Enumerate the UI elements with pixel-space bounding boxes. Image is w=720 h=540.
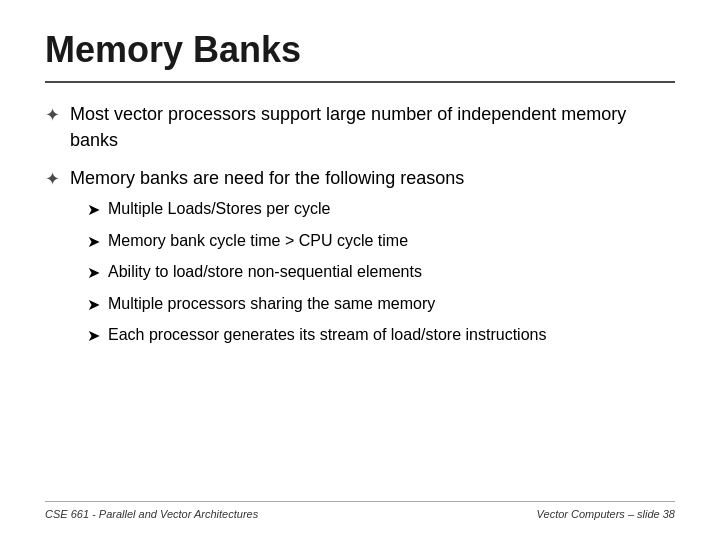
bullet-diamond-2: ✦ [45,166,60,192]
sub-bullet-2-text: Memory bank cycle time > CPU cycle time [108,230,408,252]
sub-arrow-1: ➤ [87,199,100,221]
slide-content: ✦ Most vector processors support large n… [45,101,675,501]
main-bullet-2-text: Memory banks are need for the following … [70,165,464,191]
sub-bullet-3-text: Ability to load/store non-sequential ele… [108,261,422,283]
main-bullet-2: ✦ Memory banks are need for the followin… [45,165,675,192]
sub-bullet-1: ➤ Multiple Loads/Stores per cycle [87,198,675,221]
sub-arrow-4: ➤ [87,294,100,316]
sub-bullet-4-text: Multiple processors sharing the same mem… [108,293,435,315]
sub-bullet-4: ➤ Multiple processors sharing the same m… [87,293,675,316]
footer-course: CSE 661 - Parallel and Vector Architectu… [45,508,258,520]
sub-bullet-1-text: Multiple Loads/Stores per cycle [108,198,330,220]
sub-bullet-3: ➤ Ability to load/store non-sequential e… [87,261,675,284]
main-bullet-1: ✦ Most vector processors support large n… [45,101,675,153]
slide-title: Memory Banks [45,28,675,71]
sub-arrow-5: ➤ [87,325,100,347]
title-divider [45,81,675,83]
sub-bullet-list: ➤ Multiple Loads/Stores per cycle ➤ Memo… [87,198,675,347]
bullet-diamond-1: ✦ [45,102,60,128]
sub-bullet-5-text: Each processor generates its stream of l… [108,324,546,346]
sub-bullet-2: ➤ Memory bank cycle time > CPU cycle tim… [87,230,675,253]
sub-bullet-5: ➤ Each processor generates its stream of… [87,324,675,347]
main-bullet-1-text: Most vector processors support large num… [70,101,675,153]
footer-slide-number: Vector Computers – slide 38 [537,508,675,520]
sub-arrow-3: ➤ [87,262,100,284]
sub-arrow-2: ➤ [87,231,100,253]
slide: Memory Banks ✦ Most vector processors su… [0,0,720,540]
main-bullet-2-group: ✦ Memory banks are need for the followin… [45,165,675,347]
slide-footer: CSE 661 - Parallel and Vector Architectu… [45,501,675,520]
